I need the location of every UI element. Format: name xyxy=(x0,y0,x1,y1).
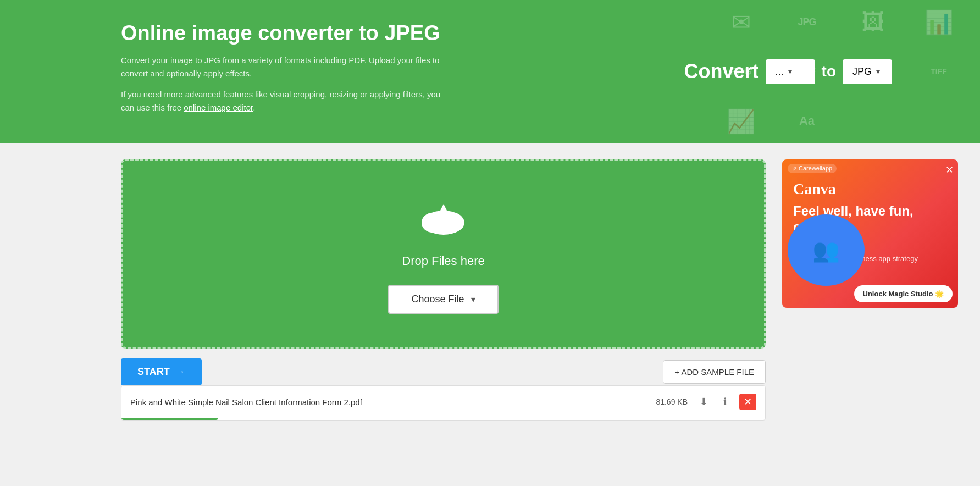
add-sample-button[interactable]: + ADD SAMPLE FILE xyxy=(663,360,766,384)
from-format-chevron: ▾ xyxy=(788,67,792,76)
dropzone[interactable]: Drop Files here Choose File ▾ xyxy=(121,159,766,349)
to-label: to xyxy=(822,63,836,80)
to-format-select[interactable]: JPG ▾ xyxy=(843,59,892,84)
bg-icon-tiff: TIFF xyxy=(909,49,969,93)
file-name: Pink and White Simple Nail Salon Client … xyxy=(130,397,656,407)
bg-icon-jpg: JPG xyxy=(777,0,837,44)
choose-file-chevron: ▾ xyxy=(471,294,475,305)
editor-link[interactable]: online image editor xyxy=(184,103,253,112)
bg-icon-image: 🖼 xyxy=(843,0,903,44)
bg-icon-email: ✉ xyxy=(711,0,771,44)
upload-cloud-icon xyxy=(416,194,471,245)
ad-people-icon: 👥 xyxy=(812,238,840,263)
file-download-button[interactable]: ⬇ xyxy=(696,395,711,409)
bg-icon-aa: Aa xyxy=(777,99,837,143)
action-bar: START → + ADD SAMPLE FILE xyxy=(121,358,766,385)
file-delete-button[interactable]: ✕ xyxy=(739,394,756,410)
from-format-select[interactable]: ... ▾ xyxy=(766,59,815,84)
drop-files-text: Drop Files here xyxy=(402,254,484,268)
page-title: Online image converter to JPEG xyxy=(121,21,451,45)
main-content: Drop Files here Choose File ▾ START → + … xyxy=(0,143,980,437)
bg-icon-chart: 📊 xyxy=(909,0,969,44)
ad-logo: Canva xyxy=(793,180,836,197)
header-desc1: Convert your image to JPG from a variety… xyxy=(121,54,451,80)
convert-label: Convert xyxy=(684,60,759,83)
ad-image: 👥 xyxy=(788,214,865,286)
ad-unlock-button[interactable]: Unlock Magic Studio 🌟 xyxy=(854,285,953,302)
upload-section: Drop Files here Choose File ▾ START → + … xyxy=(121,159,766,421)
start-button[interactable]: START → xyxy=(121,358,202,385)
choose-file-button[interactable]: Choose File ▾ xyxy=(388,285,498,314)
ad-close-button[interactable]: ✕ xyxy=(945,164,954,176)
file-info-button[interactable]: ℹ xyxy=(720,395,730,409)
ad-sidebar: ✕ ⇗ Carewellapp Canva Feel well, have fu… xyxy=(782,159,958,421)
file-progress-bar xyxy=(121,418,218,420)
ad-canva: ✕ ⇗ Carewellapp Canva Feel well, have fu… xyxy=(782,159,958,308)
page-header: Online image converter to JPEG Convert y… xyxy=(0,0,980,143)
convert-controls: Convert ... ▾ to JPG ▾ xyxy=(684,59,892,84)
header-left: Online image converter to JPEG Convert y… xyxy=(121,21,451,122)
to-format-chevron: ▾ xyxy=(876,67,880,76)
header-desc2: If you need more advanced features like … xyxy=(121,88,451,114)
svg-rect-4 xyxy=(440,214,447,226)
file-meta: 81.69 KB ⬇ ℹ ✕ xyxy=(656,394,756,410)
ad-badge: ⇗ Carewellapp xyxy=(788,164,837,173)
file-row: Pink and White Simple Nail Salon Client … xyxy=(121,386,765,418)
file-item: Pink and White Simple Nail Salon Client … xyxy=(121,385,766,421)
bg-icon-trend: 📈 xyxy=(711,99,771,143)
file-size: 81.69 KB xyxy=(656,397,688,406)
